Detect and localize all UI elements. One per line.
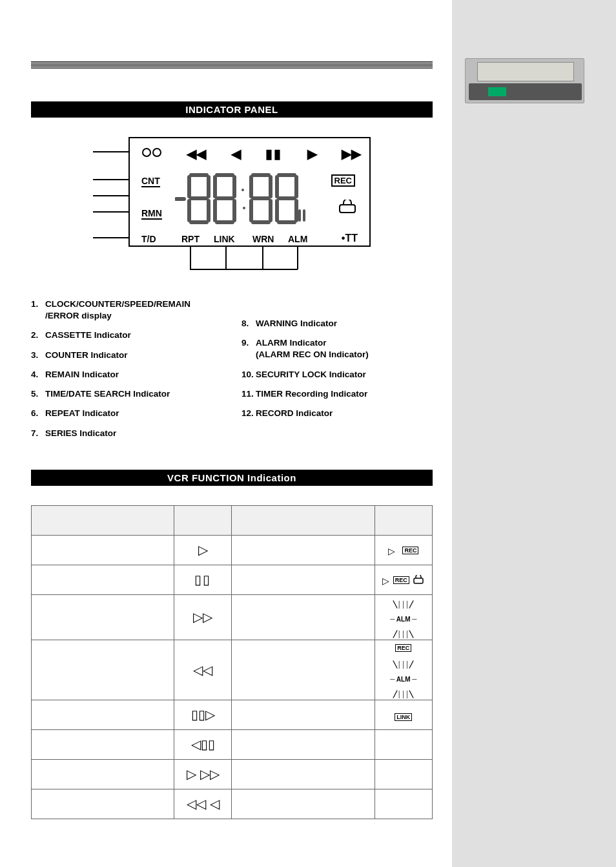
- table-row: ◁◁ REC ╲│││╱─ ALM ─╱│││╲: [32, 640, 433, 700]
- list-item: 9.ALARM Indicator(ALARM REC ON Indicator…: [241, 337, 433, 360]
- list-item: 11.TIMER Recording Indicator: [241, 388, 433, 400]
- rmn-label: RMN: [141, 208, 162, 220]
- table-row: ▷ ▷▷: [32, 759, 433, 789]
- table-row: ▷▷ ╲│││╱─ ALM ─╱│││╲: [32, 594, 433, 640]
- timer-label: •TT: [342, 233, 358, 244]
- alm-label: ALM: [288, 234, 307, 244]
- play-icon: ▶: [307, 146, 317, 162]
- legend-left-column: 1.CLOCK/COUNTER/SPEED/REMAIN/ERROR displ…: [31, 298, 222, 447]
- row-label: [232, 759, 375, 789]
- table-row: ◁◁ ◁: [32, 789, 433, 819]
- sidebar: [452, 0, 616, 867]
- list-item: 5.TIME/DATE SEARCH Indicator: [31, 388, 222, 400]
- rewind-icon: ◁◁: [174, 640, 232, 700]
- wrn-label: WRN: [252, 234, 274, 244]
- table-row: ▷ ▷ REC: [32, 535, 433, 565]
- row-label: [32, 640, 174, 700]
- row-label: [32, 789, 174, 819]
- row-label: [32, 729, 174, 759]
- list-item: 2.CASSETTE Indicator: [31, 329, 222, 341]
- svg-rect-36: [414, 578, 423, 583]
- table-row: ▯▯ ▷ REC: [32, 565, 433, 594]
- row-label: [32, 594, 174, 640]
- alarm-rec-blink-icon: REC ╲│││╱─ ALM ─╱│││╲: [375, 640, 432, 700]
- row-label: [232, 594, 375, 640]
- slow-reverse-icon: ◁▯▯: [174, 729, 232, 759]
- pause-icon: ▯▯: [174, 565, 232, 594]
- list-item: 3.COUNTER Indicator: [31, 350, 222, 361]
- section-title-vcr-function: VCR FUNCTION Indication: [31, 470, 433, 486]
- table-header: [375, 505, 432, 535]
- pause-icon: ▮▮: [265, 146, 282, 162]
- svg-point-19: [243, 207, 245, 209]
- slow-forward-icon: ▯▯▷: [174, 700, 232, 729]
- rec-lock-indicator-icon: ▷ REC: [375, 565, 432, 594]
- table-row: ◁▯▯: [32, 729, 433, 759]
- empty-cell: [375, 789, 432, 819]
- row-label: [32, 535, 174, 565]
- search-reverse-icon: ◁◁ ◁: [174, 789, 232, 819]
- indicator-legend: 1.CLOCK/COUNTER/SPEED/REMAIN/ERROR displ…: [31, 298, 433, 447]
- empty-cell: [375, 759, 432, 789]
- legend-right-column: 8.WARNING Indicator 9.ALARM Indicator(AL…: [241, 298, 433, 447]
- table-header: [32, 505, 174, 535]
- fast-forward-icon: ▷▷: [174, 594, 232, 640]
- row-label: [232, 789, 375, 819]
- list-item: 4.REMAIN Indicator: [31, 369, 222, 381]
- indicator-diagram: ◀◀ ◀ ▮▮ ▶ ▶▶ CNT RMN T/D RPT LINK WRN AL…: [31, 137, 433, 273]
- rec-indicator-icon: ▷ REC: [375, 535, 432, 565]
- svg-point-0: [143, 149, 150, 156]
- svg-point-1: [153, 149, 161, 156]
- rec-label: REC: [331, 174, 355, 187]
- seven-segment-display: [175, 172, 311, 234]
- transport-icons-row: ◀◀ ◀ ▮▮ ▶ ▶▶: [141, 146, 361, 162]
- reverse-play-icon: ◀: [231, 146, 241, 162]
- row-label: [232, 700, 375, 729]
- vcr-function-table: ▷ ▷ REC ▯▯ ▷ REC ▷▷ ╲│││╱─ ALM ─╱│││╲: [31, 505, 433, 819]
- list-item: 12.RECORD Indicator: [241, 408, 433, 419]
- lock-icon: [338, 200, 355, 213]
- rpt-label: RPT: [181, 234, 200, 244]
- table-header-row: [32, 505, 433, 535]
- fast-forward-icon: ▶▶: [342, 146, 361, 162]
- link-label: LINK: [214, 234, 235, 244]
- cassette-icon: [141, 147, 162, 162]
- panel-box: ◀◀ ◀ ▮▮ ▶ ▶▶ CNT RMN T/D RPT LINK WRN AL…: [128, 137, 371, 247]
- section-title-indicator-panel: INDICATOR PANEL: [31, 101, 433, 118]
- list-item: 10.SECURITY LOCK Indicator: [241, 369, 433, 381]
- table-header: [174, 505, 232, 535]
- search-forward-icon: ▷ ▷▷: [174, 759, 232, 789]
- row-label: [32, 565, 174, 594]
- table-row: ▯▯▷ LINK: [32, 700, 433, 729]
- list-item: 6.REPEAT Indicator: [31, 408, 222, 419]
- table-header: [232, 505, 375, 535]
- device-thumbnail: [465, 58, 584, 103]
- list-item: 1.CLOCK/COUNTER/SPEED/REMAIN/ERROR displ…: [31, 298, 222, 322]
- row-label: [232, 565, 375, 594]
- list-item: 8.WARNING Indicator: [241, 318, 433, 329]
- link-indicator-icon: LINK: [375, 700, 432, 729]
- row-label: [232, 729, 375, 759]
- cnt-label: CNT: [141, 176, 160, 187]
- top-rule: [31, 61, 433, 69]
- list-item: 7.SERIES Indicator: [31, 428, 222, 439]
- row-label: [32, 759, 174, 789]
- alarm-blink-icon: ╲│││╱─ ALM ─╱│││╲: [375, 594, 432, 640]
- rewind-icon: ◀◀: [187, 146, 206, 162]
- svg-point-18: [241, 189, 244, 191]
- row-label: [232, 535, 375, 565]
- svg-rect-2: [340, 205, 355, 213]
- empty-cell: [375, 729, 432, 759]
- page: INDICATOR PANEL: [0, 0, 452, 867]
- row-label: [32, 700, 174, 729]
- play-icon: ▷: [174, 535, 232, 565]
- row-label: [232, 640, 375, 700]
- td-label: T/D: [141, 234, 156, 244]
